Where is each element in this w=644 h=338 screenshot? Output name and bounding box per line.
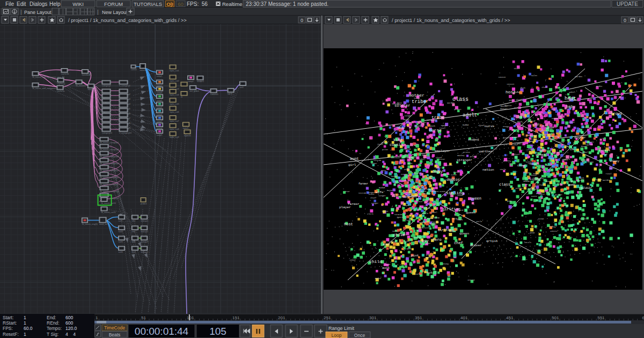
svg-text:lim2: lim2 (132, 231, 136, 233)
svg-text:major: major (522, 183, 528, 186)
svg-text:peer: peer (507, 200, 512, 202)
svg-text:usher: usher (371, 163, 377, 165)
svg-text:ramp2: ramp2 (157, 85, 163, 87)
svg-text:thief: thief (514, 153, 520, 156)
svg-text:saint: saint (531, 138, 537, 140)
svg-text:poet: poet (517, 143, 522, 145)
svg-text:miss: miss (533, 173, 538, 175)
svg-text:tsar: tsar (422, 121, 427, 123)
svg-text:victim: victim (389, 241, 396, 243)
svg-text:class: class (499, 182, 510, 187)
svg-text:singer: singer (405, 115, 412, 117)
svg-text:yokel: yokel (431, 211, 438, 214)
svg-text:scout: scout (538, 218, 544, 220)
svg-text:hut: hut (427, 271, 433, 275)
svg-text:600: 600 (642, 315, 644, 320)
svg-text:guard: guard (545, 180, 551, 182)
svg-text:host: host (344, 222, 353, 226)
svg-text:dancer: dancer (570, 149, 577, 151)
svg-text:monk: monk (408, 163, 413, 165)
svg-text:scout: scout (525, 161, 531, 163)
svg-text:120.0: 120.0 (65, 326, 77, 331)
svg-text:fellow: fellow (532, 179, 540, 181)
svg-text:yokel: yokel (401, 234, 407, 236)
svg-text:1k_nouns_category8: 1k_nouns_category8 (100, 190, 119, 193)
svg-text:dancer: dancer (503, 137, 510, 139)
svg-text:juror: juror (385, 263, 391, 266)
svg-text:soldier: soldier (581, 187, 592, 190)
svg-text:thief: thief (541, 86, 548, 89)
svg-text:enemy: enemy (610, 159, 619, 163)
svg-text:RStart:: RStart: (3, 320, 17, 326)
svg-text:warden: warden (575, 76, 582, 78)
svg-text:scout: scout (430, 223, 436, 225)
svg-text:peer: peer (426, 243, 430, 245)
svg-text:pal: pal (434, 183, 438, 185)
svg-text:victim: victim (374, 159, 381, 161)
svg-text:widow: widow (406, 194, 413, 196)
svg-text:major: major (421, 190, 427, 193)
svg-text:squire: squire (539, 150, 547, 152)
svg-text:fellow: fellow (546, 192, 553, 194)
svg-text:widow: widow (514, 91, 520, 93)
svg-text:ramp9: ramp9 (157, 134, 163, 136)
svg-text:60.0: 60.0 (24, 326, 33, 331)
svg-text:1: 1 (24, 320, 26, 326)
svg-text:1k_nouns_category5: 1k_nouns_category5 (100, 170, 119, 172)
svg-text:poet: poet (422, 154, 427, 156)
svg-text:ramp4: ramp4 (157, 99, 163, 101)
svg-text:aunt: aunt (383, 243, 390, 246)
svg-text:topto_cat4: topto_cat4 (170, 94, 179, 96)
svg-text:151: 151 (232, 315, 240, 320)
svg-text:topto_cat5: topto_cat5 (170, 103, 179, 105)
svg-text:squire: squire (586, 144, 593, 146)
svg-text:chief: chief (430, 120, 437, 122)
svg-text:peer: peer (413, 195, 418, 197)
svg-text:topto10: topto10 (184, 135, 191, 137)
svg-text:niece: niece (427, 217, 434, 219)
svg-text:envoy: envoy (550, 226, 556, 228)
svg-text:n_category1: n_category1 (119, 85, 130, 87)
svg-text:comp1: comp1 (188, 80, 194, 83)
svg-text:singer: singer (538, 169, 545, 171)
svg-text:1k_nouns_with_categories: 1k_nouns_with_categories (32, 87, 56, 90)
svg-text:chief: chief (436, 157, 442, 159)
svg-text:madam: madam (463, 124, 469, 126)
svg-text:major: major (404, 119, 409, 121)
svg-text:light1: light1 (228, 93, 232, 95)
svg-text:chief: chief (557, 115, 563, 117)
svg-text:monk: monk (407, 248, 412, 250)
svg-text:priest: priest (546, 136, 554, 138)
svg-text:clerk: clerk (367, 213, 374, 215)
svg-text:usher: usher (404, 168, 410, 171)
svg-text:lim1: lim1 (132, 220, 136, 222)
svg-text:assist: assist (527, 149, 535, 151)
svg-text:0: 0 (624, 18, 626, 23)
svg-text:mother: mother (501, 105, 508, 107)
svg-text:artist: artist (486, 239, 498, 243)
svg-text:Loop: Loop (332, 333, 342, 338)
svg-text:uncle: uncle (500, 168, 506, 171)
svg-text:hero: hero (433, 238, 442, 242)
svg-text:niece: niece (538, 193, 545, 195)
svg-text:singer: singer (378, 195, 386, 197)
svg-text:mother: mother (443, 173, 450, 175)
svg-text:ramp5: ramp5 (157, 107, 163, 109)
svg-text:chief: chief (516, 99, 522, 101)
svg-text:valet: valet (404, 240, 409, 243)
svg-text:miss: miss (429, 188, 434, 190)
svg-text:squire: squire (526, 134, 534, 136)
svg-text:queen: queen (459, 232, 469, 236)
svg-text:victim: victim (423, 207, 430, 209)
svg-text:monk: monk (517, 121, 523, 123)
svg-text:ramp6: ramp6 (157, 114, 163, 116)
svg-text:1k_nouns_eng(h): 1k_nouns_eng(h) (82, 223, 98, 225)
svg-text:render1: render1 (197, 80, 204, 83)
svg-text:thief: thief (478, 124, 485, 127)
svg-text:priest: priest (454, 108, 462, 111)
svg-text:niece: niece (382, 210, 389, 212)
svg-text:donor: donor (524, 172, 530, 174)
svg-text:rebel: rebel (419, 158, 426, 160)
svg-text:60: 60 (178, 1, 184, 7)
svg-text:poet: poet (402, 180, 407, 182)
